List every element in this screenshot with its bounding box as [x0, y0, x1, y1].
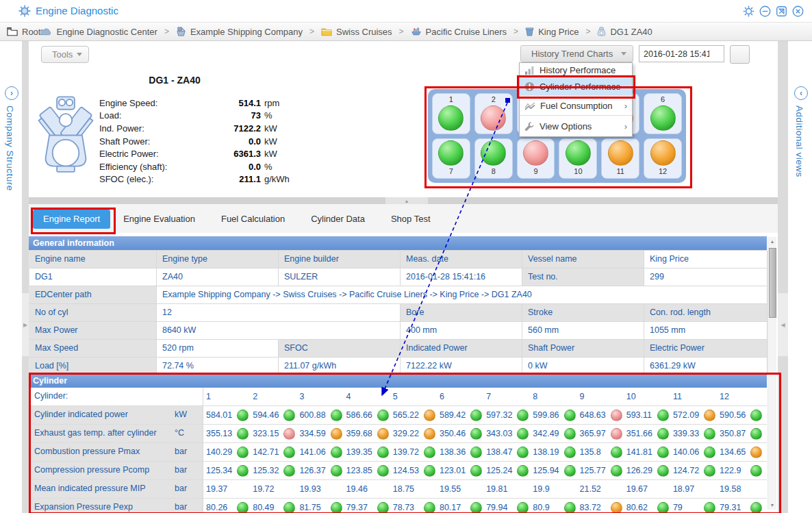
value-text: 124.72	[673, 466, 699, 475]
value-cell: 123.85	[344, 465, 390, 477]
cylinder-cell-2[interactable]: 2	[474, 93, 513, 134]
collapse-handle[interactable]: ▲	[385, 197, 428, 204]
company-structure-label[interactable]: Company Structure	[5, 105, 15, 191]
value-text: 329.22	[393, 429, 419, 438]
expand-right-panel-icon[interactable]: ‹	[794, 86, 808, 100]
scroll-down-icon[interactable]: ▼	[768, 501, 776, 510]
value-cell: 139.35	[344, 447, 390, 458]
cylinder-cell-1[interactable]: 1	[432, 93, 470, 134]
value-cell: 19.67	[624, 484, 670, 494]
parameter-name: Exhaust gas temp. after cylinder	[34, 428, 157, 438]
additional-views-label[interactable]: Additional views	[794, 105, 804, 177]
tab-engine-evaluation[interactable]: Engine Evaluation	[110, 210, 208, 229]
status-green-icon	[704, 502, 715, 513]
status-orange-icon	[424, 428, 435, 440]
metric-label: Electric Power:	[99, 149, 207, 159]
info-value-cell: 8640 kW	[157, 322, 401, 340]
scroll-up-icon[interactable]: ▲	[768, 237, 776, 246]
settings-icon[interactable]	[743, 5, 754, 17]
close-icon[interactable]	[792, 5, 804, 17]
status-green-icon	[283, 410, 295, 421]
value-cell: 19.72	[250, 484, 296, 494]
date-input[interactable]	[639, 49, 709, 59]
cylinder-cell-11[interactable]: 11	[601, 138, 639, 179]
engine-metric-row: Electric Power:6361.3kW	[99, 147, 290, 160]
restore-icon[interactable]	[776, 5, 787, 17]
history-trend-charts-button[interactable]: History Trend Charts	[520, 45, 633, 62]
breadcrumb-item[interactable]: Example Shipping Company	[176, 27, 303, 37]
cylinder-number-header: 1	[203, 392, 250, 401]
cylinder-number: 9	[534, 167, 538, 175]
breadcrumb-item[interactable]: Pacific Cruise Liners	[411, 27, 507, 37]
metric-label: Shaft Power:	[99, 136, 207, 147]
right-splitter-handle[interactable]: ◀	[778, 293, 788, 356]
tab-shop-test[interactable]: Shop Test	[378, 210, 444, 229]
menu-item-fuel-consumption[interactable]: Fuel Consumption›	[520, 95, 632, 115]
engine-metric-row: Shaft Power:0.0kW	[99, 135, 290, 148]
status-green-icon	[237, 465, 249, 477]
metric-value: 0.0	[207, 136, 261, 147]
breadcrumb-item[interactable]: Root	[7, 27, 40, 37]
cylinder-cell-12[interactable]: 12	[644, 138, 682, 179]
cylinder-status-green-icon	[438, 140, 464, 166]
tools-button[interactable]: Tools	[41, 46, 89, 63]
menu-item-history-performace[interactable]: History Performace	[520, 63, 632, 77]
cylinder-cell-7[interactable]: 7	[432, 138, 470, 179]
cylinder-cell-8[interactable]: 8	[474, 138, 513, 179]
value-cell: 600.88	[296, 410, 343, 421]
status-red-icon	[283, 428, 295, 440]
cylinder-number: 6	[661, 95, 665, 103]
expand-left-panel-icon[interactable]: ›	[5, 86, 18, 100]
status-green-icon	[237, 428, 249, 440]
status-green-icon	[377, 410, 389, 421]
metric-label: Engine Speed:	[99, 98, 207, 108]
value-cell: 79	[670, 502, 717, 513]
breadcrumb-item[interactable]: Swiss Cruises	[321, 27, 392, 37]
minimize-icon[interactable]	[759, 5, 771, 17]
cylinder-number-header: 9	[577, 392, 624, 401]
value-text: 18.75	[393, 484, 414, 494]
info-value-cell: 2016-01-28 15:41:16	[401, 268, 522, 286]
value-text: 79.94	[486, 503, 507, 512]
title-bar: Engine Diagnostic	[0, 0, 812, 22]
value-cell: 19.37	[203, 484, 250, 494]
value-cell: 19.46	[344, 484, 390, 494]
parameter-label-cell: Expansion Pressure Pexpbar	[29, 499, 203, 513]
value-text: 600.88	[299, 410, 325, 420]
metric-unit: kW	[264, 149, 277, 159]
value-text: 125.77	[580, 466, 606, 475]
tab-cylinder-data[interactable]: Cylinder Data	[298, 210, 378, 229]
value-cell: 590.56	[717, 410, 763, 421]
status-green-icon	[704, 428, 715, 440]
vertical-scrollbar[interactable]: ▲ ▼	[767, 237, 776, 510]
cylinder-number-text: 8	[533, 392, 537, 401]
chevron-down-icon	[77, 53, 82, 56]
tools-button-label: Tools	[52, 49, 73, 60]
cylinder-number: 7	[449, 167, 453, 175]
menu-item-view-options[interactable]: View Options›	[520, 115, 632, 136]
value-cell: 323.15	[250, 428, 296, 440]
tab-fuel-calculation[interactable]: Fuel Calculation	[208, 210, 298, 229]
status-green-icon	[564, 410, 576, 421]
value-text: 81.75	[299, 503, 320, 512]
refresh-button[interactable]	[730, 45, 750, 64]
cylinder-status-green-icon	[566, 140, 591, 166]
cylinder-cell-6[interactable]: 6	[644, 93, 682, 134]
value-cell: 126.37	[296, 465, 343, 477]
left-splitter-handle[interactable]: ▶	[22, 293, 29, 356]
status-green-icon	[517, 428, 529, 440]
tab-engine-report[interactable]: Engine Report	[33, 210, 110, 229]
status-red-icon	[611, 428, 622, 440]
cylinder-cell-10[interactable]: 10	[559, 138, 597, 179]
value-text: 19.81	[486, 484, 507, 494]
value-text: 593.11	[626, 410, 652, 420]
menu-item-cylinder-performace[interactable]: Cylinder Performace	[520, 77, 632, 95]
cylinder-number-text: 3	[299, 392, 304, 401]
info-value-cell: DG1	[29, 268, 157, 286]
breadcrumb-item[interactable]: DG1 ZA40	[597, 27, 652, 37]
breadcrumb-item[interactable]: Engine Diagnostic Center	[40, 27, 157, 37]
general-information-header: General information	[29, 236, 767, 250]
cylinder-cell-9[interactable]: 9	[517, 138, 555, 179]
breadcrumb-item[interactable]: King Price	[525, 27, 579, 37]
scrollbar-thumb[interactable]	[769, 248, 776, 318]
